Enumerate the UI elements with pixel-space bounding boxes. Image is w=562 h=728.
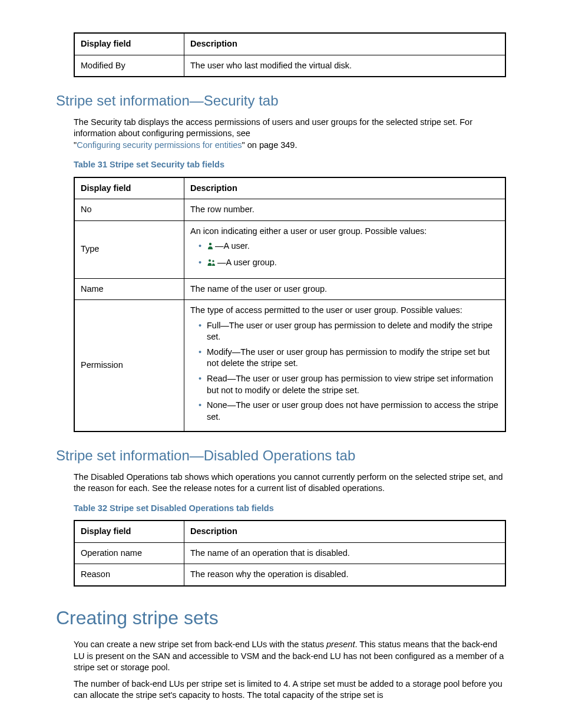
- cell-field: No: [74, 199, 184, 221]
- list-item: Full—The user or user group has permissi…: [199, 320, 499, 343]
- table-row: Modified By The user who last modified t…: [74, 55, 505, 77]
- svg-point-0: [209, 243, 211, 245]
- cell-field: Operation name: [74, 542, 184, 564]
- col-header: Display field: [74, 33, 184, 55]
- paragraph: The Security tab displays the access per…: [74, 117, 506, 151]
- svg-point-1: [209, 259, 211, 262]
- col-header: Display field: [74, 177, 184, 199]
- paragraph: You can create a new stripe set from bac…: [74, 639, 506, 674]
- table-row: Type An icon indicating either a user or…: [74, 220, 505, 278]
- cell-desc: The reason why the operation is disabled…: [184, 564, 506, 586]
- list-item: —A user group.: [199, 257, 499, 270]
- col-header: Display field: [74, 521, 184, 542]
- cell-desc: The type of access permitted to the user…: [184, 300, 506, 432]
- table-security-fields: Display field Description No The row num…: [74, 177, 506, 432]
- col-header: Description: [184, 521, 506, 542]
- cell-field: Name: [74, 278, 184, 300]
- col-header: Description: [184, 177, 506, 199]
- cell-desc: The name of an operation that is disable…: [184, 542, 506, 564]
- table-row: Permission The type of access permitted …: [74, 300, 505, 432]
- table-row: Operation name The name of an operation …: [74, 542, 505, 564]
- table-modified-by: Display field Description Modified By Th…: [74, 32, 506, 77]
- list-item: Read—The user or user group has permissi…: [199, 373, 499, 396]
- svg-point-2: [212, 260, 214, 262]
- heading-creating-stripe-sets: Creating stripe sets: [56, 605, 506, 631]
- user-icon: [207, 242, 214, 253]
- col-header: Description: [184, 33, 506, 55]
- table-row: No The row number.: [74, 199, 505, 221]
- user-group-icon: [207, 258, 216, 270]
- cell-field: Type: [74, 220, 184, 278]
- table-disabled-ops-fields: Display field Description Operation name…: [74, 520, 506, 587]
- link-configuring-security[interactable]: Configuring security permissions for ent…: [77, 140, 242, 150]
- cell-field: Permission: [74, 300, 184, 432]
- heading-disabled-ops-tab: Stripe set information—Disabled Operatio…: [56, 446, 506, 465]
- cell-desc: The name of the user or user group.: [184, 278, 506, 300]
- table-caption: Table 32 Stripe set Disabled Operations …: [74, 503, 506, 515]
- table-row: Reason The reason why the operation is d…: [74, 564, 505, 586]
- cell-desc: An icon indicating either a user or user…: [184, 220, 506, 278]
- table-row: Name The name of the user or user group.: [74, 278, 505, 300]
- paragraph: The number of back-end LUs per stripe se…: [74, 678, 506, 701]
- table-caption: Table 31 Stripe set Security tab fields: [74, 159, 506, 171]
- paragraph: The Disabled Operations tab shows which …: [74, 472, 506, 495]
- list-item: —A user.: [199, 241, 499, 253]
- list-item: None—The user or user group does not hav…: [199, 400, 499, 423]
- cell-field: Reason: [74, 564, 184, 586]
- list-item: Modify—The user or user group has permis…: [199, 347, 499, 370]
- cell-field: Modified By: [74, 55, 184, 77]
- heading-security-tab: Stripe set information—Security tab: [56, 91, 506, 110]
- cell-desc: The user who last modified the virtual d…: [184, 55, 506, 77]
- cell-desc: The row number.: [184, 199, 506, 221]
